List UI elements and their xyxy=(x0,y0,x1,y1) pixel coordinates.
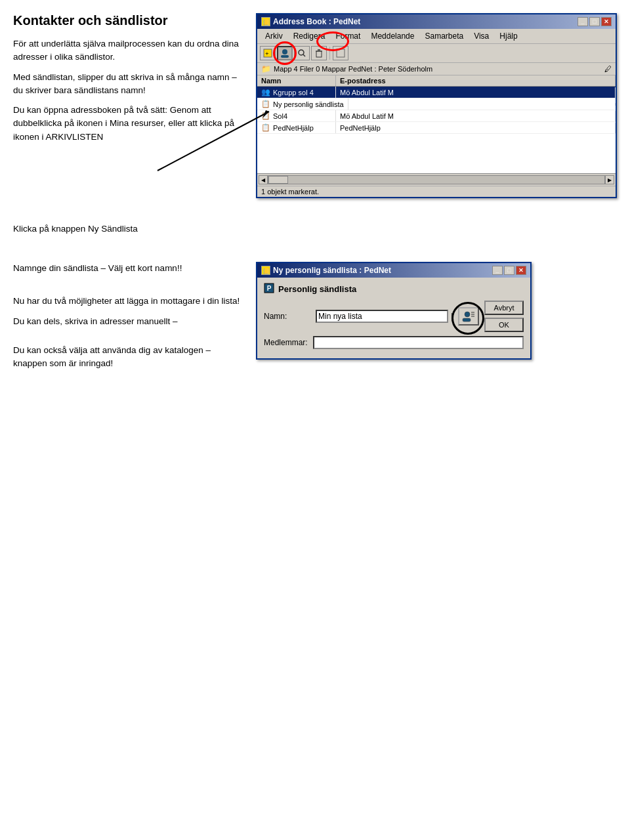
dialog-maximize-button[interactable]: □ xyxy=(504,266,514,275)
scroll-left-arrow[interactable]: ◀ xyxy=(259,175,268,184)
list-cell-email: PedNetHjälp xyxy=(336,123,616,133)
titlebar: 📒 Address Book : PedNet _ □ ✕ xyxy=(257,14,616,29)
paragraph-2: Med sändlistan, slipper du att skriva in… xyxy=(13,71,243,98)
toolbar: + xyxy=(257,44,616,63)
menu-hjalp[interactable]: Hjälp xyxy=(494,30,522,42)
svg-text:P: P xyxy=(267,285,272,292)
bottom-paragraph-2: Nu har du två möjligheter att lägga in m… xyxy=(13,295,243,308)
svg-point-14 xyxy=(465,312,470,317)
window-title: Address Book : PedNet xyxy=(273,17,360,26)
minimize-button[interactable]: _ xyxy=(578,17,588,26)
list-cell-name: 📋 PedNetHjälp xyxy=(257,122,336,133)
menu-arkiv[interactable]: Arkiv xyxy=(260,30,288,42)
svg-text:+: + xyxy=(265,51,268,57)
window-icon: 📒 xyxy=(261,17,270,26)
folder-icon: 📁 xyxy=(261,64,271,74)
dialog-minimize-button[interactable]: _ xyxy=(492,266,503,275)
list-row[interactable]: 👥 Kgrupp sol 4 Mö Abdul Latif M xyxy=(257,87,616,98)
medlemmar-input[interactable] xyxy=(313,336,524,349)
page-heading: Kontakter och sändlistor xyxy=(13,13,243,28)
dialog-window-controls: _ □ ✕ xyxy=(492,266,526,275)
menu-meddelande[interactable]: Meddelande xyxy=(366,30,419,42)
catalog-btn-container xyxy=(458,307,479,326)
svg-rect-3 xyxy=(281,55,289,58)
dialog-section-title: P Personlig sändlista xyxy=(264,283,524,295)
ok-button[interactable]: OK xyxy=(484,318,524,332)
svg-rect-15 xyxy=(463,318,471,322)
namn-label: Namn: xyxy=(264,312,313,321)
svg-line-5 xyxy=(303,54,305,56)
svg-rect-6 xyxy=(316,51,322,57)
catalog-button[interactable] xyxy=(458,307,479,326)
dialog-close-button[interactable]: ✕ xyxy=(516,266,526,275)
list-header: Namn E-postadress xyxy=(257,75,616,87)
status-text: 1 objekt markerat. xyxy=(261,188,319,196)
contact-list: Namn E-postadress 👥 Kgrupp sol 4 Mö Abdu… xyxy=(257,75,616,173)
list-row[interactable]: 📋 Sol4 Mö Abdul Latif M xyxy=(257,110,616,122)
menu-visa[interactable]: Visa xyxy=(469,30,494,42)
address-book-window: 📒 Address Book : PedNet _ □ ✕ Arkiv Redi… xyxy=(256,13,617,198)
col-header-email: E-postadress xyxy=(336,75,616,86)
klicka-text: Klicka på knappen Ny Sändlista xyxy=(13,222,243,236)
titlebar-left: 📒 Address Book : PedNet xyxy=(261,17,360,26)
row-icon-list: 📋 xyxy=(261,112,270,120)
paragraph-1: För att underlätta själva mailprocessen … xyxy=(13,37,243,64)
row-icon-list: 📋 xyxy=(261,100,270,108)
menu-bar: Arkiv Redigera Format Meddelande Samarbe… xyxy=(257,29,616,44)
row-icon-list: 📋 xyxy=(261,123,270,132)
dialog-section-label: Personlig sändlista xyxy=(278,284,356,294)
window-controls: _ □ ✕ xyxy=(578,17,612,26)
toolbar-icon-right[interactable]: 🖊 xyxy=(604,65,612,73)
dialog-window: 📒 Ny personlig sändlista : PedNet _ □ ✕ xyxy=(256,262,532,360)
list-cell-name: 📋 Sol4 xyxy=(257,110,336,121)
list-cell-name: 👥 Kgrupp sol 4 xyxy=(257,87,336,98)
namn-form-row: Namn: | xyxy=(264,301,524,332)
list-empty-area xyxy=(257,134,616,173)
menu-redigera[interactable]: Redigera xyxy=(288,30,331,42)
menu-samarbeta[interactable]: Samarbeta xyxy=(419,30,469,42)
horizontal-scrollbar[interactable]: ◀ ▶ xyxy=(257,173,616,186)
list-cell-name: 📋 Ny personlig sändlista xyxy=(257,98,348,110)
text-cursor: | xyxy=(451,312,453,321)
avbryt-button[interactable]: Avbryt xyxy=(484,301,524,315)
toolbar-properties-btn[interactable] xyxy=(333,46,348,60)
toolbar-delete-btn[interactable] xyxy=(311,46,327,60)
scrollbar-track[interactable] xyxy=(268,175,605,184)
dialog-titlebar: 📒 Ny personlig sändlista : PedNet _ □ ✕ xyxy=(257,263,530,278)
medlemmar-form-row: Medlemmar: xyxy=(264,336,524,349)
list-row[interactable]: 📋 Ny personlig sändlista xyxy=(257,98,616,110)
menu-format[interactable]: Format xyxy=(330,30,366,42)
scrollbar-thumb[interactable] xyxy=(268,176,288,184)
scroll-right-arrow[interactable]: ▶ xyxy=(605,175,614,184)
list-cell-email: Mö Abdul Latif M xyxy=(336,111,616,121)
dialog-action-buttons: Avbryt OK xyxy=(484,301,524,332)
svg-rect-9 xyxy=(337,49,345,57)
svg-point-4 xyxy=(299,50,304,55)
close-button[interactable]: ✕ xyxy=(601,17,612,26)
svg-point-2 xyxy=(282,49,287,54)
bottom-paragraph-1: Namnge din sändlista – Välj ett kort nam… xyxy=(13,262,243,275)
toolbar-find-btn[interactable] xyxy=(294,46,310,60)
dialog-section-icon: P xyxy=(264,283,274,295)
list-row[interactable]: 📋 PedNetHjälp PedNetHjälp xyxy=(257,122,616,134)
toolbar-new-btn[interactable]: + xyxy=(260,46,276,60)
address-bar-text: Mapp 4 Filer 0 Mappar PedNet : Peter Söd… xyxy=(274,65,432,73)
list-cell-email xyxy=(348,103,616,106)
status-bar: 1 objekt markerat. xyxy=(257,186,616,197)
col-header-name: Namn xyxy=(257,75,336,86)
bottom-paragraph-3: Du kan dels, skriva in adresser manuellt… xyxy=(13,315,243,328)
toolbar-new-contact-btn[interactable] xyxy=(277,46,293,60)
list-cell-email: Mö Abdul Latif M xyxy=(336,87,616,98)
dialog-body: P Personlig sändlista Namn: | xyxy=(257,278,530,358)
dialog-window-icon: 📒 xyxy=(261,266,270,275)
row-icon-group: 👥 xyxy=(261,88,270,96)
address-bar: 📁 Mapp 4 Filer 0 Mappar PedNet : Peter S… xyxy=(257,63,616,75)
toolbar-separator xyxy=(329,47,330,60)
bottom-paragraph-4: Du kan också välja att använda dig av ka… xyxy=(13,344,243,371)
dialog-title: Ny personlig sändlista : PedNet xyxy=(273,266,391,275)
maximize-button[interactable]: □ xyxy=(589,17,600,26)
namn-input[interactable] xyxy=(316,310,448,323)
paragraph-3: Du kan öppna adressboken på två sätt: Ge… xyxy=(13,104,243,144)
dialog-titlebar-left: 📒 Ny personlig sändlista : PedNet xyxy=(261,266,391,275)
medlemmar-label: Medlemmar: xyxy=(264,338,313,347)
